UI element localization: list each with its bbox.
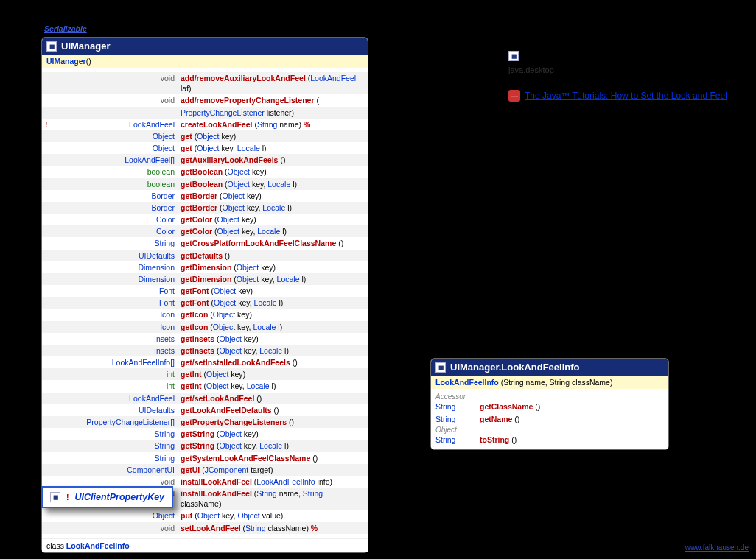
method-cell[interactable]: getDefaults () [178,250,368,261]
method-flag [42,94,54,106]
method-flag [42,380,54,392]
method-cell[interactable]: getDimension (Object key) [178,261,368,273]
nested-class-link[interactable]: LookAndFeelInfo [66,541,130,550]
method-cell[interactable]: getClassName () [475,401,668,413]
method-cell[interactable]: getInsets (Object key) [178,333,368,345]
return-type[interactable]: Object [54,510,178,521]
constructor-name[interactable]: UIManager [46,57,86,66]
method-row: InsetsgetInsets (Object key, Locale l) [42,345,368,356]
serializable-link[interactable]: Serializable [44,24,87,33]
return-type[interactable]: Color [54,214,178,225]
return-type: void [54,522,178,534]
method-cell[interactable]: setLookAndFeel (String className) % [178,522,368,534]
return-type[interactable]: String [54,428,178,440]
method-row: LookAndFeel[]getAuxiliaryLookAndFeels () [42,154,368,166]
tutorial-link[interactable]: The Java™ Tutorials: How to Set the Look… [525,91,727,101]
return-type[interactable]: String [431,401,475,413]
package-name[interactable]: javax.swing [523,46,615,66]
method-cell[interactable]: getSystemLookAndFeelClassName () [178,452,368,464]
return-type[interactable]: Icon [54,309,178,320]
return-type[interactable]: Object [54,130,178,142]
return-type[interactable]: Font [54,285,178,297]
method-cell[interactable]: createLookAndFeel (String name) % [178,119,368,130]
class-title: UIManager [61,41,110,52]
return-type[interactable]: Icon [54,321,178,333]
return-type[interactable]: Insets [54,333,178,345]
method-cell[interactable]: getBorder (Object key, Locale l) [178,202,368,214]
return-type[interactable]: String [54,440,178,451]
method-cell[interactable]: getInt (Object key, Locale l) [178,380,368,392]
method-cell[interactable]: getDimension (Object key, Locale l) [178,273,368,285]
return-type[interactable]: Border [54,190,178,202]
return-type[interactable]: Color [54,225,178,237]
method-flag [42,214,54,225]
method-cell[interactable]: add/removePropertyChangeListener ( [178,94,368,106]
method-cell[interactable]: toString () [475,434,668,446]
method-cell[interactable]: getInt (Object key) [178,368,368,380]
return-type[interactable]: String [431,413,475,426]
return-type[interactable]: UIDefaults [54,250,178,261]
return-type[interactable]: PropertyChangeListener[] [54,416,178,428]
method-cell[interactable]: getPropertyChangeListeners () [178,416,368,428]
method-cell[interactable]: getFont (Object key) [178,285,368,297]
return-type[interactable]: LookAndFeel[] [54,154,178,166]
method-flag [42,261,54,273]
return-type: boolean [54,166,178,177]
method-flag [42,368,54,380]
method-cell[interactable]: getAuxiliaryLookAndFeels () [178,154,368,166]
method-cell[interactable]: getColor (Object key) [178,214,368,225]
method-cell[interactable]: getColor (Object key, Locale l) [178,225,368,237]
method-cell[interactable]: installLookAndFeel (String name, String … [178,488,368,510]
method-flag [42,510,54,521]
method-cell[interactable]: getString (Object key, Locale l) [178,440,368,451]
interface-card[interactable]: ◼ ! UIClientPropertyKey [41,486,173,508]
method-cell[interactable]: get (Object key, Locale l) [178,142,368,154]
method-cell[interactable]: getIcon (Object key, Locale l) [178,321,368,333]
class-icon: ◼ [508,51,519,61]
constructor-params: () [86,57,91,66]
method-row: FontgetFont (Object key) [42,285,368,297]
method-cell[interactable]: add/removeAuxiliaryLookAndFeel (LookAndF… [178,72,368,94]
constructor-name[interactable]: LookAndFeelInfo [435,378,499,387]
method-cell[interactable]: getInsets (Object key, Locale l) [178,345,368,356]
method-cell[interactable]: get/setLookAndFeel () [178,393,368,404]
method-cell[interactable]: get (Object key) [178,130,368,142]
footer-link[interactable]: www.falkhausen.de [685,544,749,552]
return-type[interactable]: ComponentUI [54,464,178,476]
return-type[interactable]: UIDefaults [54,404,178,416]
method-cell[interactable]: getName () [475,413,668,426]
method-cell[interactable]: getString (Object key) [178,428,368,440]
method-cell[interactable]: getCrossPlatformLookAndFeelClassName () [178,237,368,249]
return-type[interactable]: String [54,452,178,464]
return-type[interactable]: String [54,237,178,249]
method-cell[interactable]: getBoolean (Object key) [178,166,368,177]
method-flag [42,107,54,119]
interface-name[interactable]: UIClientPropertyKey [75,492,165,502]
method-cell[interactable]: getUI (JComponent target) [178,464,368,476]
return-type[interactable]: LookAndFeelInfo[] [54,356,178,368]
method-cell[interactable]: getBoolean (Object key, Locale l) [178,178,368,190]
method-cell[interactable]: get/setInstalledLookAndFeels () [178,356,368,368]
return-type[interactable]: Dimension [54,273,178,285]
return-type[interactable]: Dimension [54,261,178,273]
return-type[interactable]: LookAndFeel [54,393,178,404]
return-type[interactable]: Insets [54,345,178,356]
return-type[interactable]: LookAndFeel [54,119,178,130]
method-cell[interactable]: getLookAndFeelDefaults () [178,404,368,416]
return-type[interactable]: Font [54,297,178,309]
method-row: BordergetBorder (Object key, Locale l) [42,202,368,214]
method-cell[interactable]: getIcon (Object key) [178,309,368,320]
method-cell[interactable]: installLookAndFeel (LookAndFeelInfo info… [178,476,368,488]
return-type[interactable]: String [431,434,475,446]
method-row: StringgetName () [431,413,668,426]
method-cell[interactable]: getFont (Object key, Locale l) [178,297,368,309]
package-block: ◼ javax.swing java.desktop [508,46,615,74]
package-name-row: ◼ javax.swing [508,46,615,66]
method-flag [42,464,54,476]
method-cell[interactable]: put (Object key, Object value) [178,510,368,521]
method-row: ColorgetColor (Object key, Locale l) [42,225,368,237]
return-type[interactable]: Border [54,202,178,214]
method-cell[interactable]: getBorder (Object key) [178,190,368,202]
return-type[interactable]: Object [54,142,178,154]
method-flag [42,416,54,428]
